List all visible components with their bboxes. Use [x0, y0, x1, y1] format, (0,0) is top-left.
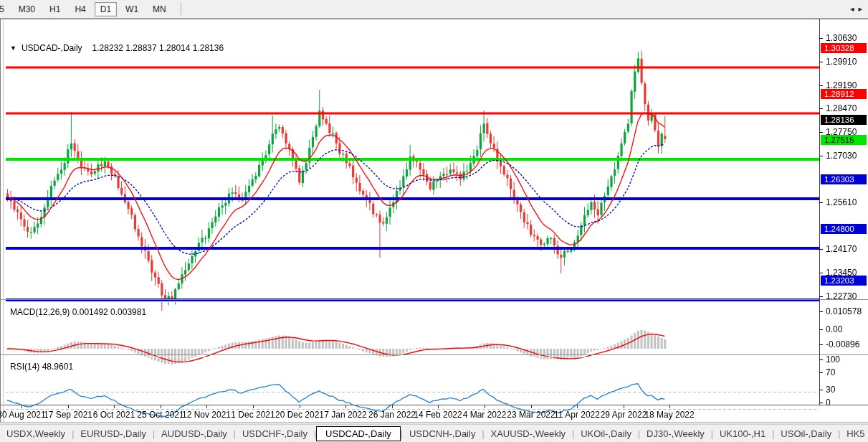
tab-usdcad-daily[interactable]: USDCAD-,Daily	[316, 426, 401, 441]
time-axis-tick-mark	[114, 405, 115, 408]
time-axis-tick-mark	[392, 405, 393, 408]
price-axis-tick-mark	[819, 329, 823, 330]
level-price-badge: 1.27515	[821, 135, 867, 145]
tab-usoil-daily[interactable]: USOil-,Daily	[774, 427, 838, 441]
chart-menu-arrow-icon[interactable]: ▼	[10, 44, 16, 52]
toolbar-separator	[181, 3, 181, 15]
price-axis-tick-mark	[819, 202, 823, 203]
tab-audusd-daily[interactable]: AUDUSD-,Daily	[155, 427, 234, 441]
time-axis-tick-mark	[485, 405, 485, 408]
current-price-badge: 1.28136	[821, 115, 867, 125]
timeframe-button-5[interactable]: 5	[0, 2, 10, 17]
time-axis-tick-label: 18 May 2022	[637, 410, 702, 420]
time-axis-tick-mark	[300, 405, 300, 408]
rsi-indicator-label: RSI(14) 48.9601	[10, 362, 73, 372]
tab-scroll-arrows: ◂▸	[846, 0, 867, 18]
time-axis-tick-mark	[206, 405, 207, 408]
window-left-edge	[0, 19, 1, 422]
timeframe-button-h1[interactable]: H1	[44, 2, 66, 17]
macd-axis-tick-label: -0.00896	[826, 339, 867, 349]
macd-indicator-label: MACD(12,26,9) 0.001492 0.003981	[10, 307, 146, 317]
price-axis-tick-mark	[819, 311, 823, 312]
price-axis-tick-mark	[819, 390, 823, 390]
price-axis-tick-label: 1.27030	[826, 151, 867, 161]
chart-tab-bar: USDX,Weekly|EURUSD-,Daily|AUDUSD-,Daily|…	[0, 424, 868, 442]
tab-ukoil-daily[interactable]: UKOil-,Daily	[574, 427, 638, 441]
tab-uk100-h1[interactable]: UK100-,H1	[713, 427, 772, 441]
price-axis-tick-mark	[819, 372, 823, 373]
price-axis-tick-mark	[819, 296, 823, 297]
chart-symbol-label: USDCAD-,Daily	[22, 43, 82, 53]
panel-separator-macd-rsi[interactable]	[0, 354, 868, 357]
macd-axis-tick-label: 0.00	[826, 324, 867, 334]
tab-eurusd-daily[interactable]: EURUSD-,Daily	[74, 427, 153, 441]
time-axis-tick-mark	[253, 405, 254, 408]
tab-usdx-weekly[interactable]: USDX,Weekly	[0, 427, 72, 441]
level-price-badge: 1.30328	[821, 43, 867, 53]
price-axis-tick-mark	[819, 249, 823, 250]
time-axis-tick-mark	[22, 405, 22, 408]
tab-scroll-right-icon[interactable]: ▸	[856, 4, 864, 14]
price-axis-tick-label: 1.28470	[826, 103, 867, 113]
price-axis-tick-mark	[819, 85, 823, 86]
time-axis-tick-mark	[161, 405, 161, 408]
panel-separator-main-macd[interactable]	[0, 299, 868, 302]
price-chart-canvas[interactable]	[6, 38, 819, 425]
tab-dj30-weekly[interactable]: DJ30-,Weekly	[640, 427, 711, 441]
price-axis-tick-label: 1.22730	[826, 291, 867, 301]
timeframe-toolbar: 5M30H1H4D1W1MN	[0, 0, 868, 19]
tab-usdcnh-daily[interactable]: USDCNH-,Daily	[403, 427, 482, 441]
time-axis-tick-mark	[345, 405, 346, 408]
price-axis-tick-label: 1.25610	[826, 197, 867, 207]
price-axis-tick-mark	[819, 403, 823, 403]
chart-window: ▼USDCAD-,Daily1.28232 1.28837 1.28014 1.…	[0, 19, 868, 423]
price-axis-tick-mark	[819, 359, 823, 360]
price-axis-tick-label: 1.29910	[826, 57, 867, 67]
price-axis-tick-mark	[819, 273, 823, 273]
price-axis-tick-mark	[819, 38, 823, 39]
chart-title: ▼USDCAD-,Daily1.28232 1.28837 1.28014 1.…	[10, 43, 224, 53]
window-left-edge-inner	[3, 19, 4, 422]
time-axis-tick-mark	[577, 405, 578, 408]
price-axis-line	[819, 19, 820, 405]
time-axis-tick-mark	[531, 405, 532, 408]
timeframe-button-d1[interactable]: D1	[95, 2, 117, 17]
rsi-axis-tick-label: 0	[826, 398, 867, 408]
rsi-axis-tick-label: 100	[826, 354, 867, 365]
timeframe-button-mn[interactable]: MN	[147, 2, 172, 17]
price-axis-tick-mark	[819, 62, 823, 62]
tab-xauusd-weekly[interactable]: XAUUSD-,Weekly	[485, 427, 573, 441]
price-axis-tick-label: 1.24170	[826, 244, 867, 254]
price-axis-tick-label: 1.30630	[826, 33, 867, 43]
price-axis-tick-mark	[819, 344, 823, 345]
time-axis-tick-mark	[68, 405, 69, 408]
price-axis-tick-mark	[819, 132, 823, 133]
level-price-badge: 1.23203	[821, 276, 867, 286]
time-axis-tick-mark	[624, 405, 624, 408]
tab-scroll-left-icon[interactable]: ◂	[848, 4, 857, 14]
level-price-badge: 1.28912	[821, 89, 867, 99]
tab-hk5[interactable]: HK5	[840, 427, 868, 441]
rsi-axis-tick-label: 70	[826, 367, 867, 377]
tab-usdchf-daily[interactable]: USDCHF-,Daily	[236, 427, 314, 441]
rsi-axis-tick-label: 30	[826, 385, 867, 395]
time-axis-tick-mark	[438, 405, 439, 408]
price-axis-tick-mark	[819, 156, 823, 156]
price-axis-tick-mark	[819, 108, 823, 109]
time-axis-tick-mark	[669, 405, 670, 408]
time-axis-line	[0, 405, 868, 405]
timeframe-button-h4[interactable]: H4	[69, 2, 91, 17]
macd-axis-tick-label: 0.010578	[826, 306, 867, 316]
level-price-badge: 1.24800	[821, 224, 867, 234]
timeframe-button-w1[interactable]: W1	[120, 2, 144, 17]
chart-ohlc-values: 1.28232 1.28837 1.28014 1.28136	[92, 43, 224, 53]
timeframe-button-m30[interactable]: M30	[13, 2, 41, 17]
level-price-badge: 1.26303	[821, 174, 867, 184]
